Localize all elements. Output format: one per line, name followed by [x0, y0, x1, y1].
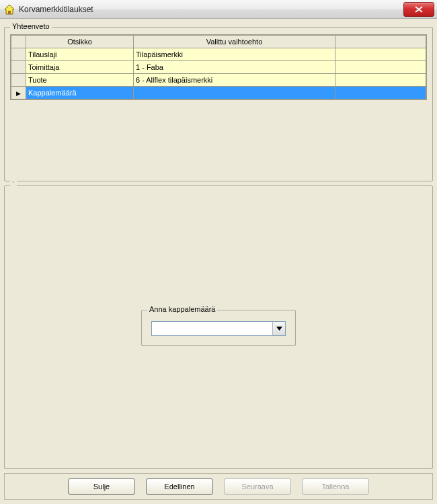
detail-groupbox: ` Anna kappalemäärä [4, 185, 433, 469]
button-bar: Sulje Edellinen Seuraava Tallenna [4, 473, 433, 500]
svg-marker-4 [276, 327, 282, 331]
row-header-blank [11, 36, 26, 48]
quantity-legend: Anna kappalemäärä [147, 305, 217, 313]
quantity-combobox[interactable] [151, 321, 286, 336]
dropdown-button[interactable] [272, 322, 285, 335]
table-row[interactable]: Toimittaja 1 - Faba [11, 61, 426, 74]
summary-legend: Yhteenveto [10, 22, 52, 30]
close-button[interactable]: Sulje [68, 478, 135, 495]
cell-extra [335, 61, 426, 74]
svg-rect-1 [8, 11, 11, 14]
cell-extra [335, 74, 426, 87]
cell-label: Tilauslaji [26, 48, 134, 61]
header-valittu[interactable]: Valittu vaihtoehto [134, 36, 335, 48]
cell-value: 6 - Allflex tilapäismerkki [134, 74, 335, 87]
table-row[interactable]: Tilauslaji Tilapäismerkki [11, 48, 426, 61]
cell-label: Kappalemäärä [26, 87, 134, 99]
summary-groupbox: Yhteenveto Otsikko Valittu vaihtoehto [4, 27, 433, 181]
quantity-groupbox: Anna kappalemäärä [141, 310, 296, 346]
row-selector[interactable] [11, 74, 26, 87]
client-area: Yhteenveto Otsikko Valittu vaihtoehto [0, 19, 437, 504]
cell-value: 1 - Faba [134, 61, 335, 74]
window-title: Korvamerkkitilaukset [19, 5, 399, 14]
row-selector[interactable] [11, 61, 26, 74]
cell-label: Toimittaja [26, 61, 134, 74]
app-icon [4, 4, 15, 15]
summary-header-row: Otsikko Valittu vaihtoehto [11, 36, 426, 48]
table-row[interactable]: Kappalemäärä [11, 87, 426, 99]
cell-label: Tuote [26, 74, 134, 87]
title-bar: Korvamerkkitilaukset [0, 0, 437, 19]
cell-value: Tilapäismerkki [134, 48, 335, 61]
save-button[interactable]: Tallenna [302, 478, 369, 495]
summary-grid[interactable]: Otsikko Valittu vaihtoehto Tilauslaji Ti… [10, 34, 427, 100]
cell-extra [335, 87, 426, 99]
header-otsikko[interactable]: Otsikko [26, 36, 134, 48]
table-row[interactable]: Tuote 6 - Allflex tilapäismerkki [11, 74, 426, 87]
cell-extra [335, 48, 426, 61]
row-selector[interactable] [11, 87, 26, 99]
previous-button[interactable]: Edellinen [146, 478, 213, 495]
close-window-button[interactable] [403, 2, 434, 17]
quantity-input[interactable] [152, 322, 272, 335]
detail-tick: ` [10, 181, 17, 189]
cell-value [134, 87, 335, 99]
row-selector[interactable] [11, 48, 26, 61]
next-button[interactable]: Seuraava [224, 478, 291, 495]
detail-inner: Anna kappalemäärä [10, 193, 427, 463]
header-extra[interactable] [335, 36, 426, 48]
chevron-down-icon [276, 327, 282, 331]
